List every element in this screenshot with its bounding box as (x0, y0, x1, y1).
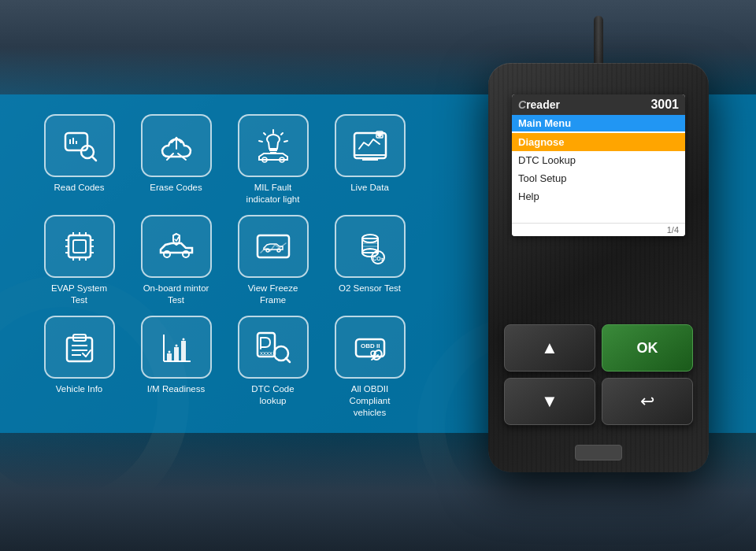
on-board-icon-box (141, 215, 212, 278)
device-screen: Creader 3001 Main Menu Diagnose DTC Look… (512, 94, 685, 236)
ok-label: OK (637, 340, 658, 357)
feature-vehicle-info: Vehicle Info (35, 316, 123, 419)
svg-point-58 (175, 344, 177, 346)
svg-text:OBD II: OBD II (361, 342, 380, 349)
svg-rect-21 (73, 240, 86, 253)
o2-sensor-icon-box: CO₂ (335, 215, 406, 278)
vehicle-info-label: Vehicle Info (56, 383, 102, 395)
svg-line-10 (259, 141, 262, 142)
im-readiness-icon-box (141, 316, 212, 379)
svg-rect-54 (167, 353, 172, 361)
read-codes-label: Read Codes (54, 182, 105, 194)
evap-system-label: EVAP System Test (44, 283, 115, 306)
menu-item-tool-setup[interactable]: Tool Setup (512, 169, 685, 187)
connector-port (575, 445, 622, 460)
o2-sensor-label: O2 Sensor Test (339, 283, 401, 294)
erase-codes-icon-box (141, 114, 212, 177)
svg-point-18 (377, 132, 382, 137)
feature-read-codes: Read Codes (35, 114, 123, 205)
features-grid: Read Codes Erase Codes (24, 102, 425, 431)
feature-erase-codes: Erase Codes (132, 114, 220, 205)
feature-evap-system: EVAP System Test (35, 215, 123, 306)
back-button[interactable]: ↩ (602, 378, 693, 425)
vehicle-info-icon-box (44, 316, 115, 379)
obdii-compliant-label: All OBDII Compliant vehicles (335, 383, 406, 419)
feature-im-readiness: I/M Readiness (132, 316, 220, 419)
feature-live-data: Live Data (326, 114, 413, 205)
device-container: Creader 3001 Main Menu Diagnose DTC Look… (472, 63, 724, 504)
svg-rect-20 (69, 235, 91, 257)
brand-name: Creader (518, 98, 560, 111)
read-codes-icon-box (44, 114, 115, 177)
device-body: Creader 3001 Main Menu Diagnose DTC Look… (488, 63, 709, 472)
feature-dtc-lookup: xxxx DTC Code lookup (229, 316, 317, 419)
ok-button[interactable]: OK (602, 324, 693, 372)
feature-obdii-compliant: OBD II All OBDII Compliant vehicles (326, 316, 413, 419)
back-arrow-icon: ↩ (640, 391, 654, 412)
evap-system-icon-box (44, 215, 115, 278)
feature-view-freeze: View Freeze Frame (229, 215, 317, 306)
svg-point-59 (182, 338, 184, 340)
svg-rect-56 (181, 341, 186, 361)
svg-line-63 (286, 358, 290, 362)
up-arrow-icon: ▲ (541, 338, 558, 358)
mil-fault-icon-box (238, 114, 309, 177)
svg-text:CO₂: CO₂ (372, 256, 384, 261)
svg-line-9 (284, 141, 287, 142)
down-button[interactable]: ▼ (504, 378, 595, 425)
mil-fault-label: MIL Fault indicator light (238, 182, 309, 205)
up-button[interactable]: ▲ (504, 324, 595, 372)
feature-o2-sensor: CO₂ O2 Sensor Test (326, 215, 413, 306)
svg-rect-55 (174, 347, 179, 361)
screen-footer: 1/4 (512, 223, 685, 236)
erase-codes-label: Erase Codes (150, 182, 202, 194)
im-readiness-label: I/M Readiness (147, 383, 206, 395)
buttons-area: ▲ OK ▼ ↩ (504, 324, 693, 425)
live-data-label: Live Data (350, 182, 389, 194)
screen-content: Diagnose DTC Lookup Tool Setup Help (512, 131, 685, 207)
model-number: 3001 (650, 98, 679, 112)
page-indicator: 1/4 (667, 225, 679, 235)
dtc-lookup-label: DTC Code lookup (238, 383, 309, 407)
screen-header: Creader 3001 (512, 94, 685, 115)
menu-item-dtc-lookup[interactable]: DTC Lookup (512, 151, 685, 169)
svg-point-38 (277, 249, 280, 252)
dtc-lookup-icon-box: xxxx (238, 316, 309, 379)
svg-line-2 (92, 157, 96, 161)
svg-line-7 (281, 133, 283, 135)
svg-point-57 (168, 350, 170, 353)
menu-item-help[interactable]: Help (512, 187, 685, 205)
screen-menu-header: Main Menu (512, 115, 685, 131)
menu-item-diagnose[interactable]: Diagnose (512, 133, 685, 151)
obdii-compliant-icon-box: OBD II (335, 316, 406, 379)
svg-line-8 (264, 133, 265, 135)
on-board-label: On-board mintor Test (141, 283, 212, 306)
feature-mil-fault: MIL Fault indicator light (229, 114, 317, 205)
view-freeze-icon-box (238, 215, 309, 278)
feature-on-board: On-board mintor Test (132, 215, 220, 306)
down-arrow-icon: ▼ (541, 391, 558, 412)
svg-text:xxxx: xxxx (260, 349, 272, 357)
live-data-icon-box (335, 114, 406, 177)
view-freeze-label: View Freeze Frame (238, 283, 309, 306)
menu-title: Main Menu (518, 117, 571, 129)
